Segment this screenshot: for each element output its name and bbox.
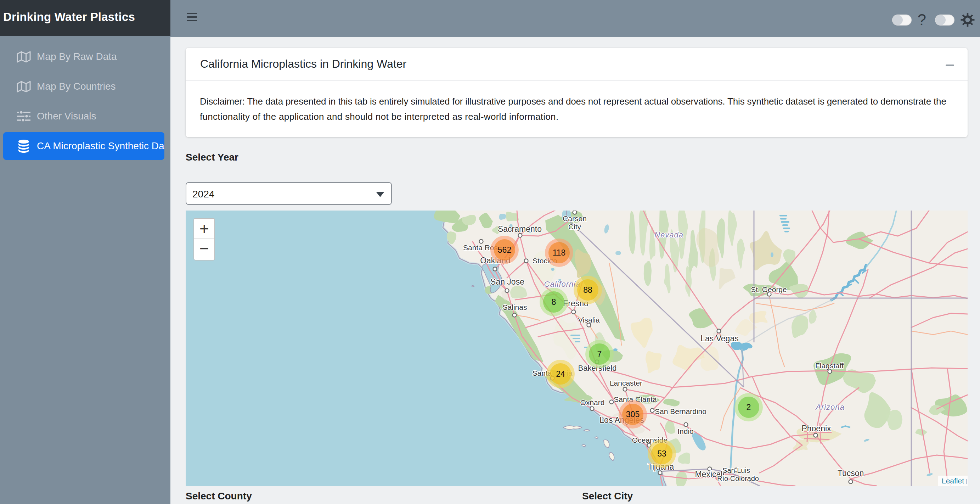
svg-text:Sacramento: Sacramento — [498, 224, 542, 234]
svg-text:San Bernardino: San Bernardino — [655, 407, 706, 415]
svg-text:City: City — [568, 223, 581, 231]
svg-text:2: 2 — [746, 403, 751, 412]
svg-text:Lancaster: Lancaster — [610, 379, 642, 387]
svg-text:St. George: St. George — [751, 285, 787, 293]
svg-text:88: 88 — [583, 285, 592, 295]
svg-text:8: 8 — [552, 297, 556, 306]
svg-text:San Jose: San Jose — [490, 277, 524, 286]
svg-text:Phoenix: Phoenix — [802, 424, 831, 433]
svg-text:|: | — [966, 478, 967, 485]
svg-text:Las Vegas: Las Vegas — [700, 334, 738, 343]
svg-text:Indio: Indio — [678, 427, 694, 435]
svg-text:Arizona: Arizona — [815, 403, 845, 411]
svg-text:53: 53 — [657, 449, 667, 458]
svg-text:Visalia: Visalia — [578, 316, 600, 324]
svg-text:Oxnard: Oxnard — [580, 399, 605, 407]
svg-text:562: 562 — [498, 245, 511, 255]
svg-text:Leaflet: Leaflet — [942, 477, 964, 485]
svg-text:Nevada: Nevada — [654, 230, 683, 239]
svg-text:Tucson: Tucson — [838, 469, 864, 478]
svg-text:305: 305 — [626, 410, 640, 419]
svg-text:7: 7 — [597, 349, 602, 359]
svg-text:Carson: Carson — [563, 214, 587, 223]
svg-text:San Luis: San Luis — [722, 466, 750, 474]
svg-text:Salinas: Salinas — [503, 303, 527, 311]
svg-text:24: 24 — [556, 369, 565, 378]
svg-text:Flagstaff: Flagstaff — [815, 362, 843, 370]
svg-text:Río Colorado: Río Colorado — [717, 475, 759, 482]
svg-text:118: 118 — [553, 248, 566, 257]
